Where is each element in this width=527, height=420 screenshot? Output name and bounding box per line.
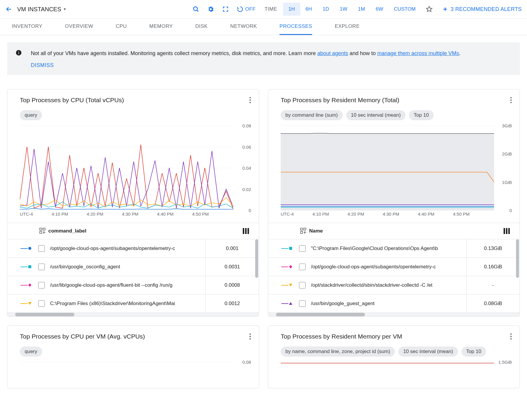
svg-point-28 — [510, 334, 512, 335]
time-range-6w[interactable]: 6W — [370, 3, 389, 16]
cpu-chart[interactable]: 00.020.040.060.08 UTC-44:10 PM4:20 PM4:3… — [20, 126, 251, 220]
tab-overview[interactable]: OVERVIEW — [65, 19, 93, 35]
series-label: /usr/bin/google_guest_agent — [311, 301, 466, 307]
horizontal-scrollbar[interactable] — [268, 313, 520, 316]
chip[interactable]: 10 sec interval (mean) — [346, 110, 405, 120]
svg-rect-8 — [43, 228, 45, 230]
chip[interactable]: by command line (sum) — [281, 110, 343, 120]
series-swatch — [281, 265, 299, 268]
manage-agents-link[interactable]: manage them across multiple VMs — [377, 50, 459, 56]
series-value: 0.0012 — [205, 294, 259, 312]
series-checkbox[interactable] — [38, 264, 45, 270]
series-checkbox[interactable] — [38, 300, 45, 307]
card-title: Top Processes by Resident Memory (Total) — [281, 97, 399, 104]
recommended-alerts-label: 3 RECOMMENDED ALERTS — [451, 6, 522, 12]
time-range-1d[interactable]: 1D — [317, 3, 335, 16]
card-top-processes-cpu-per-vm: Top Processes by CPU per VM (Avg. vCPUs)… — [7, 326, 259, 388]
tab-disk[interactable]: DISK — [195, 19, 208, 35]
back-button[interactable] — [2, 5, 15, 13]
time-range-6h[interactable]: 6H — [300, 3, 317, 16]
tab-memory[interactable]: MEMORY — [149, 19, 173, 35]
tab-cpu[interactable]: CPU — [116, 19, 127, 35]
series-checkbox[interactable] — [299, 264, 306, 270]
card-top-processes-memory: Top Processes by Resident Memory (Total)… — [268, 89, 520, 317]
recommended-alerts-button[interactable]: 3 RECOMMENDED ALERTS — [437, 6, 522, 12]
svg-point-15 — [510, 97, 512, 99]
legend-row: /opt/stackdriver/collectd/sbin/stackdriv… — [268, 276, 520, 294]
svg-rect-12 — [247, 228, 249, 234]
breakdown-icon — [300, 228, 307, 234]
series-checkbox[interactable] — [38, 245, 45, 252]
series-label: /opt/google-cloud-ops-agent/subagents/op… — [50, 246, 205, 251]
cpu-per-vm-chart[interactable]: 0.08 — [20, 362, 251, 386]
vertical-scrollbar[interactable] — [516, 239, 519, 278]
card-menu-icon[interactable] — [249, 97, 251, 104]
svg-point-26 — [250, 336, 251, 337]
columns-icon[interactable] — [243, 228, 249, 234]
series-checkbox[interactable] — [299, 245, 306, 252]
tab-network[interactable]: NETWORK — [230, 19, 257, 35]
svg-point-5 — [250, 100, 251, 101]
off-label: OFF — [245, 6, 255, 12]
chip[interactable]: 10 sec interval (mean) — [398, 347, 458, 357]
svg-rect-24 — [289, 247, 292, 250]
series-value: 0.13GiB — [466, 239, 520, 257]
search-icon[interactable] — [189, 3, 202, 16]
card-title: Top Processes by Resident Memory per VM — [281, 333, 402, 340]
card-top-processes-cpu: Top Processes by CPU (Total vCPUs) query… — [7, 89, 259, 317]
tab-explore[interactable]: EXPLORE — [335, 19, 360, 35]
svg-rect-3 — [18, 51, 19, 52]
series-checkbox[interactable] — [299, 300, 306, 307]
series-swatch — [281, 247, 299, 250]
vertical-scrollbar[interactable] — [255, 239, 258, 278]
svg-rect-21 — [504, 228, 505, 234]
svg-rect-20 — [301, 231, 303, 233]
chip[interactable]: query — [20, 110, 42, 120]
svg-point-4 — [250, 97, 251, 99]
legend-row: "C:\Program Files\Google\Cloud Operation… — [268, 239, 520, 258]
tab-inventory[interactable]: INVENTORY — [12, 19, 42, 35]
card-menu-icon[interactable] — [510, 97, 512, 104]
dismiss-button[interactable]: DISMISS — [31, 62, 54, 68]
legend-row: /usr/lib/google-cloud-ops-agent/fluent-b… — [7, 276, 259, 294]
time-range-1w[interactable]: 1W — [334, 3, 353, 16]
memory-per-vm-chart[interactable]: 1.5GiB — [281, 362, 512, 386]
auto-refresh-toggle[interactable]: OFF — [234, 3, 258, 16]
series-label: /usr/lib/google-cloud-ops-agent/fluent-b… — [50, 282, 205, 288]
memory-chart[interactable]: 01GiB2GiB3GiB UTC-44:10 PM4:20 PM4:30 PM… — [281, 126, 512, 220]
chip[interactable]: Top 10 — [461, 347, 486, 357]
series-swatch — [281, 283, 299, 287]
page-title: VM INSTANCES — [17, 6, 61, 13]
card-title: Top Processes by CPU per VM (Avg. vCPUs) — [20, 333, 145, 340]
settings-icon[interactable] — [204, 3, 217, 16]
series-value: - — [466, 276, 520, 294]
dashboard-grid: Top Processes by CPU (Total vCPUs) query… — [0, 75, 527, 395]
header-toolbar: VM INSTANCES ▼ OFF TIME 1H6H1D1W1M6WCUST… — [0, 0, 527, 19]
banner-message: Not all of your VMs have agents installe… — [31, 49, 461, 57]
time-range-1h[interactable]: 1H — [283, 3, 300, 16]
svg-rect-22 — [506, 228, 507, 234]
page-title-dropdown[interactable]: VM INSTANCES ▼ — [17, 6, 66, 13]
card-menu-icon[interactable] — [510, 333, 512, 340]
fullscreen-icon[interactable] — [219, 3, 232, 16]
tab-processes[interactable]: PROCESSES — [280, 19, 312, 35]
star-icon[interactable] — [423, 3, 436, 16]
chip[interactable]: by name, command line, zone, project id … — [281, 347, 395, 357]
about-agents-link[interactable]: about agents — [317, 50, 348, 56]
chip[interactable]: query — [20, 347, 42, 357]
chip[interactable]: Top 10 — [409, 110, 434, 120]
series-checkbox[interactable] — [299, 282, 306, 288]
card-title: Top Processes by CPU (Total vCPUs) — [20, 97, 124, 104]
legend-body: /opt/google-cloud-ops-agent/subagents/op… — [7, 239, 259, 313]
svg-point-17 — [510, 102, 512, 103]
columns-icon[interactable] — [504, 228, 510, 234]
time-label: TIME — [260, 6, 281, 12]
horizontal-scrollbar[interactable] — [7, 313, 259, 316]
card-menu-icon[interactable] — [249, 333, 251, 340]
tabs: INVENTORYOVERVIEWCPUMEMORYDISKNETWORKPRO… — [0, 19, 527, 35]
svg-rect-10 — [243, 228, 244, 234]
time-range-1m[interactable]: 1M — [353, 3, 371, 16]
series-checkbox[interactable] — [38, 282, 45, 288]
series-value: 0.0031 — [205, 258, 259, 276]
time-range-custom[interactable]: CUSTOM — [389, 3, 421, 16]
